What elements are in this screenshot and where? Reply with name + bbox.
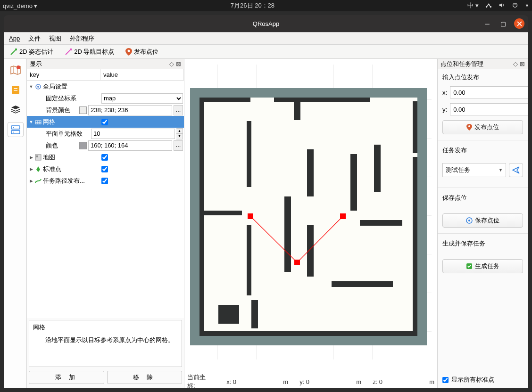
grid-color-input[interactable] <box>88 140 172 151</box>
task-publish-title: 任务发布 <box>442 146 523 155</box>
tool-2d-pose[interactable]: 2D 姿态估计 <box>8 47 55 57</box>
gen-task-title: 生成并保存任务 <box>442 239 523 248</box>
menu-external[interactable]: 外部程序 <box>70 34 94 43</box>
svg-point-23 <box>468 220 470 221</box>
grid-color-swatch[interactable] <box>79 142 87 149</box>
remove-button[interactable]: 移 除 <box>107 371 183 384</box>
tool-2d-goal[interactable]: 2D 导航目标点 <box>63 47 116 57</box>
publish-point-button[interactable]: 发布点位 <box>442 120 523 134</box>
menubar: App 文件 视图 外部程序 <box>4 33 528 45</box>
taskbar-datetime[interactable]: 7月26日 20：28 <box>231 2 274 9</box>
send-task-button[interactable] <box>509 163 523 177</box>
tool-2d-goal-label: 2D 导航目标点 <box>74 48 114 56</box>
tree-grid-color[interactable]: 颜色... <box>27 139 184 151</box>
activity-tasks[interactable] <box>8 122 24 137</box>
window-titlebar[interactable]: QRosApp ─ ▢ <box>4 15 528 32</box>
map-canvas[interactable] <box>190 65 432 359</box>
save-point-button[interactable]: 保存点位 <box>442 213 523 228</box>
svg-point-4 <box>128 49 130 52</box>
generate-task-button[interactable]: 生成任务 <box>442 259 523 273</box>
tool-publish-point[interactable]: 发布点位 <box>124 47 160 57</box>
dropdown-icon[interactable]: ▼ <box>525 3 529 8</box>
activity-map[interactable] <box>8 63 24 78</box>
grid-cells-spinner[interactable]: ▲▼ <box>176 128 183 139</box>
save-point-title: 保存点位 <box>442 194 523 202</box>
dock-float-icon[interactable]: ◇ <box>169 60 174 67</box>
status-y: y: 0 <box>291 378 318 385</box>
input-point-title: 输入点位发布 <box>442 73 523 82</box>
show-all-markers-label: 显示所有标准点 <box>451 376 494 384</box>
description-title: 网格 <box>33 323 178 332</box>
display-tree[interactable]: keyvalue ▼全局设置 固定坐标系map 背景颜色... ▼网格 平面单元… <box>27 69 184 318</box>
status-x: x: 0 <box>218 378 245 385</box>
tool-2d-pose-label: 2D 姿态估计 <box>19 48 53 56</box>
grid-cells-input[interactable] <box>91 129 175 139</box>
svg-point-5 <box>17 65 20 69</box>
map-enable-checkbox[interactable] <box>101 154 108 161</box>
tree-global-settings[interactable]: ▼全局设置 <box>27 81 184 92</box>
description-box: 网格 沿地平面显示以目标参考系原点为中心的网格。 <box>29 320 182 367</box>
status-z: z: 0 <box>364 378 391 385</box>
os-taskbar: qviz_demo ▾ 7月26日 20：28 中 ▾ ▼ <box>0 0 532 11</box>
tree-header-key: key <box>27 69 100 80</box>
svg-rect-15 <box>36 155 38 157</box>
minimize-button[interactable]: ─ <box>482 18 492 29</box>
description-body: 沿地平面显示以目标参考系原点为中心的网格。 <box>33 335 178 345</box>
tool-publish-point-label: 发布点位 <box>134 48 158 56</box>
grid-color-picker-button[interactable]: ... <box>174 140 183 151</box>
bg-color-picker-button[interactable]: ... <box>174 105 183 115</box>
tree-bg-color[interactable]: 背景颜色... <box>27 104 184 116</box>
x-label: x: <box>442 89 447 96</box>
taskbar-app-menu[interactable]: qviz_demo ▾ <box>3 2 37 9</box>
display-panel: 显示◇⊠ keyvalue ▼全局设置 固定坐标系map 背景颜色... ▼网格… <box>27 59 184 388</box>
status-bar: 当前坐标: x: 0 m y: 0 m z: 0 m <box>184 376 437 388</box>
y-label: y: <box>442 106 447 113</box>
toolbar: 2D 姿态估计 2D 导航目标点 发布点位 <box>4 45 528 59</box>
tree-fixed-frame[interactable]: 固定坐标系map <box>27 92 184 104</box>
grid-enable-checkbox[interactable] <box>101 119 108 125</box>
volume-icon[interactable] <box>499 2 505 10</box>
canvas-area: 当前坐标: x: 0 m y: 0 m z: 0 m <box>184 59 437 388</box>
display-panel-title: 显示 <box>30 60 42 68</box>
maximize-button[interactable]: ▢ <box>498 18 508 29</box>
activity-doc[interactable] <box>8 82 24 98</box>
dock-close-icon[interactable]: ⊠ <box>176 60 181 67</box>
show-all-markers-checkbox[interactable] <box>442 377 449 383</box>
dock-float-icon[interactable]: ◇ <box>513 60 518 67</box>
menu-app[interactable]: App <box>9 35 20 42</box>
tree-header-value: value <box>100 69 184 80</box>
add-button[interactable]: 添 加 <box>29 371 104 384</box>
network-icon[interactable] <box>485 2 492 10</box>
path-enable-checkbox[interactable] <box>101 178 108 184</box>
menu-file[interactable]: 文件 <box>28 34 41 43</box>
tree-grid[interactable]: ▼网格 <box>27 116 184 128</box>
bg-color-swatch[interactable] <box>79 106 87 114</box>
activity-layers[interactable] <box>8 102 24 117</box>
menu-view[interactable]: 视图 <box>49 34 61 43</box>
svg-point-21 <box>468 125 470 127</box>
svg-rect-8 <box>14 90 17 91</box>
task-panel: 点位和任务管理◇⊠ 输入点位发布 x:▲▼ y:▲▼ 发布点位 任务发布 测试任… <box>437 59 528 388</box>
svg-point-12 <box>37 86 39 88</box>
marker-enable-checkbox[interactable] <box>101 166 108 172</box>
dock-close-icon[interactable]: ⊠ <box>520 60 525 67</box>
tree-marker[interactable]: ▶标准点 <box>27 163 184 175</box>
y-input[interactable] <box>450 104 528 115</box>
fixed-frame-select[interactable]: map <box>101 93 183 104</box>
ime-indicator[interactable]: 中 ▾ <box>467 1 479 10</box>
task-panel-title: 点位和任务管理 <box>441 60 483 68</box>
tree-map[interactable]: ▶地图 <box>27 151 184 163</box>
x-input[interactable] <box>450 87 528 98</box>
task-select[interactable]: 测试任务▼ <box>442 163 506 177</box>
activity-bar <box>4 59 27 388</box>
tree-grid-cells[interactable]: 平面单元格数▲▼ <box>27 128 184 139</box>
power-icon[interactable] <box>512 2 518 10</box>
svg-rect-7 <box>14 88 17 89</box>
svg-rect-10 <box>11 131 20 134</box>
close-button[interactable] <box>514 18 524 29</box>
svg-rect-9 <box>11 126 20 129</box>
bg-color-input[interactable] <box>88 105 172 115</box>
window-title: QRosApp <box>4 20 528 27</box>
tree-path[interactable]: ▶任务路径发布... <box>27 175 184 187</box>
